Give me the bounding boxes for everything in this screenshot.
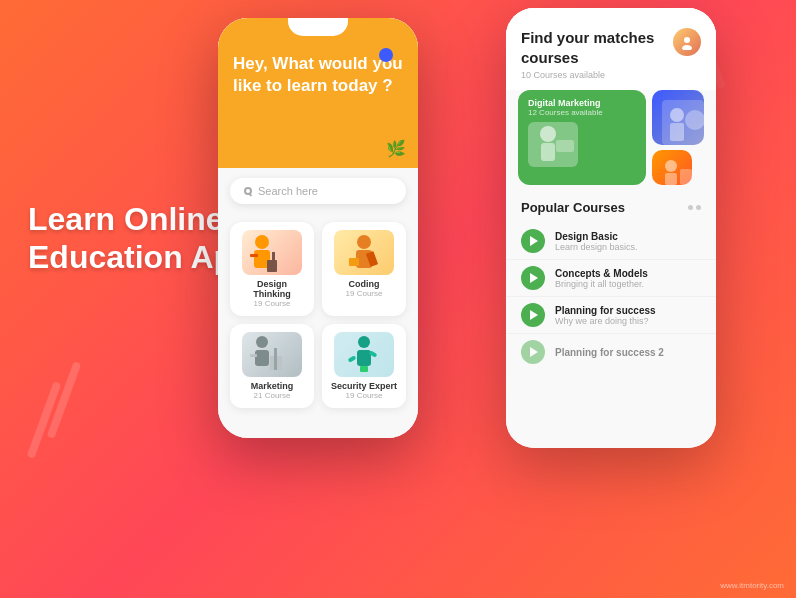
play-icon-1 (530, 273, 538, 283)
category-coding-name: Coding (330, 279, 398, 289)
search-placeholder: Search here (258, 185, 318, 197)
svg-rect-30 (680, 169, 692, 185)
plant-decoration: 🌿 (386, 139, 406, 158)
dot2 (696, 205, 701, 210)
phone-right: Find your matches courses 10 Courses ava… (506, 8, 716, 448)
phone-right-header: Find your matches courses 10 Courses ava… (506, 8, 716, 90)
course-item-0[interactable]: Design Basic Learn design basics. (506, 223, 716, 260)
category-security-count: 19 Course (330, 391, 398, 400)
svg-rect-18 (360, 366, 368, 372)
category-coding-illust (334, 230, 394, 275)
category-marketing-illust (242, 332, 302, 377)
popular-courses-header: Popular Courses (506, 195, 716, 223)
category-security[interactable]: Security Expert 19 Course (322, 324, 406, 408)
dot1 (688, 205, 693, 210)
course-sub-2: Why we are doing this? (555, 316, 701, 326)
play-button-0[interactable] (521, 229, 545, 253)
category-coding[interactable]: Coding 19 Course (322, 222, 406, 316)
svg-rect-23 (556, 140, 574, 152)
popular-courses-title: Popular Courses (521, 200, 625, 215)
play-icon-3 (530, 347, 538, 357)
phone-left-header-text: Hey, What would you like to learn today … (233, 53, 403, 97)
svg-point-14 (358, 336, 370, 348)
banner-main-illust (528, 122, 578, 167)
watermark: www.itmtority.com (720, 581, 784, 590)
course-info-0: Design Basic Learn design basics. (555, 231, 701, 252)
phone-left-header: Hey, What would you like to learn today … (218, 18, 418, 168)
course-info-1: Concepts & Models Bringing it all togeth… (555, 268, 701, 289)
category-marketing[interactable]: Marketing 21 Course (230, 324, 314, 408)
svg-rect-10 (255, 350, 269, 366)
category-grid: Design Thinking 19 Course Coding 19 Cour… (218, 214, 418, 416)
play-button-3[interactable] (521, 340, 545, 364)
svg-point-28 (665, 160, 677, 172)
course-title-3: Planning for success 2 (555, 347, 701, 358)
course-item-3[interactable]: Planning for success 2 (506, 334, 716, 370)
play-button-2[interactable] (521, 303, 545, 327)
course-item-1[interactable]: Concepts & Models Bringing it all togeth… (506, 260, 716, 297)
decorative-dot-blue (379, 48, 393, 62)
search-bar[interactable]: Search here (230, 178, 406, 204)
phone-right-title-area: Find your matches courses 10 Courses ava… (521, 28, 673, 80)
svg-rect-22 (541, 143, 555, 161)
course-info-2: Planning for success Why we are doing th… (555, 305, 701, 326)
category-design-name: Design Thinking (238, 279, 306, 299)
phone-right-inner: Find your matches courses 10 Courses ava… (506, 8, 716, 448)
category-marketing-count: 21 Course (238, 391, 306, 400)
banner-digital-marketing[interactable]: Digital Marketing 12 Courses available (518, 90, 646, 185)
phone-left-inner: Hey, What would you like to learn today … (218, 18, 418, 438)
svg-rect-8 (349, 258, 359, 266)
category-marketing-name: Marketing (238, 381, 306, 391)
svg-point-21 (540, 126, 556, 142)
svg-rect-11 (250, 354, 257, 357)
banner-side1[interactable] (652, 90, 704, 145)
svg-rect-4 (272, 252, 275, 272)
avatar[interactable] (673, 28, 701, 56)
svg-point-5 (357, 235, 371, 249)
svg-point-25 (670, 108, 684, 122)
category-design[interactable]: Design Thinking 19 Course (230, 222, 314, 316)
svg-point-9 (256, 336, 268, 348)
svg-rect-15 (357, 350, 371, 366)
svg-point-19 (684, 37, 690, 43)
play-icon-0 (530, 236, 538, 246)
category-coding-count: 19 Course (330, 289, 398, 298)
play-button-1[interactable] (521, 266, 545, 290)
course-title-2: Planning for success (555, 305, 701, 316)
banner-side2[interactable] (652, 150, 692, 185)
banner-main-count: 12 Courses available (528, 108, 636, 117)
svg-point-20 (682, 45, 692, 50)
course-info-3: Planning for success 2 (555, 347, 701, 358)
phone-left: Hey, What would you like to learn today … (218, 18, 418, 438)
course-title-1: Concepts & Models (555, 268, 701, 279)
phone-notch-left (288, 18, 348, 36)
course-title-0: Design Basic (555, 231, 701, 242)
svg-rect-13 (274, 348, 277, 370)
svg-rect-2 (250, 254, 258, 257)
search-icon (244, 187, 252, 195)
category-design-count: 19 Course (238, 299, 306, 308)
banner-main-label: Digital Marketing (528, 98, 636, 108)
course-sub-1: Bringing it all together. (555, 279, 701, 289)
svg-rect-17 (348, 355, 357, 362)
popular-dots (688, 205, 701, 210)
svg-point-0 (255, 235, 269, 249)
svg-rect-29 (665, 173, 677, 185)
course-item-2[interactable]: Planning for success Why we are doing th… (506, 297, 716, 334)
phone-right-title: Find your matches courses (521, 28, 673, 67)
category-security-name: Security Expert (330, 381, 398, 391)
phone-right-subtitle: 10 Courses available (521, 70, 673, 80)
svg-rect-26 (670, 123, 684, 141)
category-security-illust (334, 332, 394, 377)
course-banners: Digital Marketing 12 Courses available (506, 90, 716, 195)
course-sub-0: Learn design basics. (555, 242, 701, 252)
category-design-illust (242, 230, 302, 275)
play-icon-2 (530, 310, 538, 320)
